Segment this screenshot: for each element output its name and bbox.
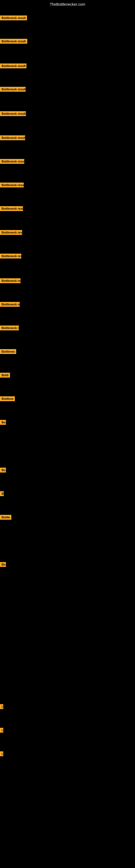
badge-8[interactable]: Bottleneck result — [0, 183, 24, 187]
badge-21[interactable]: Bottle — [0, 515, 11, 520]
badge-2[interactable]: Bottleneck result — [0, 39, 27, 44]
badge-1[interactable]: Bottleneck result — [0, 16, 27, 20]
badge-5[interactable]: Bottleneck result — [0, 111, 26, 116]
badge-25[interactable]: | — [0, 751, 3, 756]
site-title: TheBottlenecker.com — [0, 0, 135, 8]
badge-4[interactable]: Bottleneck result — [0, 87, 26, 92]
badge-15[interactable]: Bottlenec — [0, 349, 16, 354]
badge-17[interactable]: Bottlene — [0, 396, 15, 401]
badge-3[interactable]: Bottleneck result — [0, 63, 27, 68]
badge-9[interactable]: Bottleneck result — [0, 206, 23, 211]
badge-24[interactable]: | — [0, 728, 3, 733]
badge-18[interactable]: Bo — [0, 420, 6, 425]
badge-12[interactable]: Bottleneck res — [0, 278, 20, 283]
badge-6[interactable]: Bottleneck result — [0, 135, 25, 140]
badge-19[interactable]: Bo — [0, 468, 6, 472]
badge-7[interactable]: Bottleneck result — [0, 159, 24, 164]
badge-20[interactable]: B — [0, 491, 4, 496]
badge-13[interactable]: Bottleneck res — [0, 302, 20, 307]
badge-11[interactable]: Bottleneck resu — [0, 254, 21, 258]
badge-23[interactable]: | — [0, 704, 3, 709]
badge-14[interactable]: Bottleneck re — [0, 326, 19, 330]
badge-16[interactable]: Bottl — [0, 373, 10, 378]
badge-10[interactable]: Bottleneck resu — [0, 230, 22, 235]
badge-22[interactable]: Bo — [0, 562, 6, 567]
